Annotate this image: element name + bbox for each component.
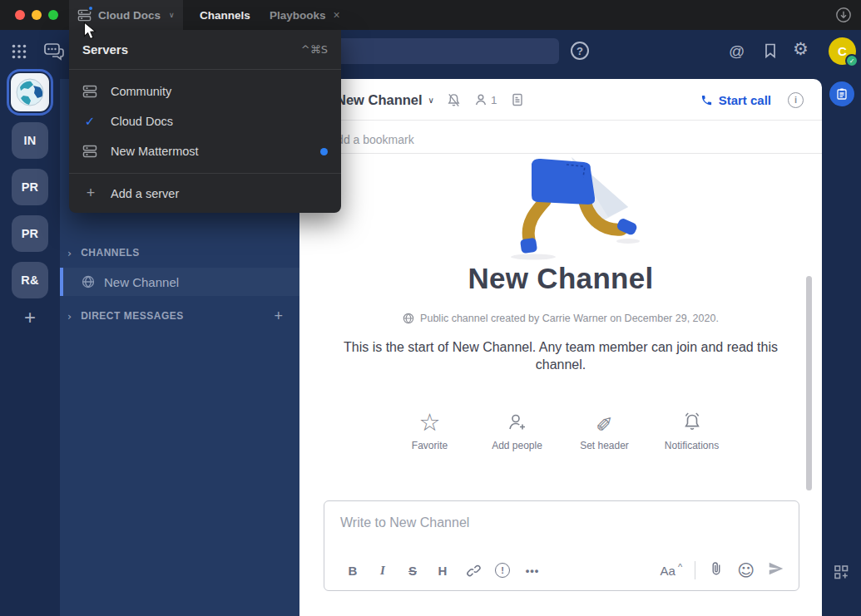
user-avatar[interactable]: C ✓ [829, 37, 856, 65]
more-formatting-button[interactable]: ••• [517, 559, 547, 582]
team-tile[interactable]: PR [12, 169, 48, 205]
search-input[interactable] [304, 38, 559, 64]
attach-file-button[interactable] [708, 560, 725, 580]
start-call-button[interactable]: Start call [700, 93, 771, 107]
set-header-label: Set header [561, 440, 648, 451]
bookmark-bar[interactable]: + Add a bookmark [299, 126, 822, 154]
pencil-icon: ✎ [596, 412, 613, 433]
menu-item-community[interactable]: Community [69, 76, 341, 106]
strikethrough-button[interactable]: S [398, 559, 428, 582]
close-window-button[interactable] [15, 10, 25, 20]
italic-button[interactable]: I [368, 559, 398, 582]
notifications-label: Notifications [648, 440, 735, 451]
notifications-button[interactable]: Notifications [648, 410, 735, 451]
check-icon: ✓ [82, 114, 97, 129]
caret-up-icon: ^ [678, 562, 682, 572]
header-divider [299, 115, 822, 121]
help-glyph: ? [576, 45, 583, 57]
playbooks-app-button[interactable] [829, 81, 854, 106]
set-header-button[interactable]: ✎ Set header [561, 410, 648, 451]
window-titlebar: Cloud Docs ∨ Channels Playbooks × [0, 0, 861, 30]
tab-channels[interactable]: Channels [188, 0, 262, 30]
star-icon: ☆ [419, 411, 441, 435]
channel-name: New Channel [104, 275, 179, 289]
chevron-down-icon: ∨ [428, 96, 434, 105]
tab-playbooks[interactable]: Playbooks × [258, 0, 352, 30]
menu-item-new-mattermost[interactable]: New Mattermost [69, 136, 341, 166]
tab-channels-label: Channels [200, 9, 250, 22]
servers-menu-shortcut: ^⌘S [301, 43, 328, 56]
start-call-label: Start call [719, 93, 771, 107]
favorite-button[interactable]: ☆ Favorite [386, 410, 473, 451]
settings-gear-icon[interactable]: ⚙ [793, 41, 809, 58]
globe-icon [82, 275, 95, 288]
add-person-icon [507, 411, 528, 433]
online-status-badge: ✓ [845, 54, 859, 67]
team-tile[interactable]: PR [12, 215, 48, 252]
menu-item-label: Cloud Docs [111, 115, 173, 128]
aa-glyph: Aa [661, 564, 675, 578]
channel-intro-actions: ☆ Favorite Add people ✎ Set header [299, 410, 822, 451]
channel-info-icon[interactable]: i [788, 92, 804, 108]
product-menu-icon[interactable] [12, 44, 27, 59]
message-input[interactable]: Write to New Channel [340, 515, 469, 530]
send-button[interactable] [767, 559, 785, 581]
emoji-button[interactable]: ☺ [737, 562, 755, 579]
app-bar [822, 79, 861, 616]
tab-playbooks-label: Playbooks [270, 9, 326, 22]
member-count: 1 [491, 94, 497, 106]
team-tile[interactable]: R& [12, 262, 48, 298]
server-stack-icon [82, 84, 97, 99]
send-plane-icon [767, 559, 785, 578]
member-icon [473, 92, 488, 107]
priority-glyph: ! [501, 565, 504, 575]
scrollbar-thumb[interactable] [806, 276, 812, 490]
chevron-down-icon: ∨ [169, 11, 175, 19]
team-sidebar: IN PR PR R& + [0, 79, 60, 616]
channel-meta-text: Public channel created by Carrie Warner … [420, 313, 719, 324]
add-team-button[interactable]: + [0, 306, 60, 329]
unread-dot [320, 148, 328, 155]
server-stack-icon [77, 8, 92, 22]
menu-item-label: New Mattermost [111, 145, 199, 158]
recent-mentions-icon[interactable]: @ [729, 42, 745, 61]
channels-group-label: CHANNELS [81, 247, 140, 259]
phone-icon [700, 94, 713, 106]
channel-title[interactable]: New Channel [336, 92, 423, 108]
minimize-window-button[interactable] [32, 10, 42, 20]
channel-intro: New Channel Public channel created by Ca… [299, 155, 822, 451]
close-tab-icon[interactable]: × [334, 8, 340, 22]
sidebar-item-new-channel[interactable]: New Channel [60, 268, 299, 296]
team-tile[interactable]: IN [12, 122, 48, 159]
grid-plus-icon [833, 564, 850, 581]
downloads-icon[interactable] [835, 7, 852, 23]
zoom-window-button[interactable] [48, 10, 58, 20]
add-server-label: Add a server [111, 187, 179, 200]
earth-icon [13, 76, 47, 109]
channel-intro-meta: Public channel created by Carrie Warner … [299, 313, 822, 324]
menu-item-cloud-docs[interactable]: ✓ Cloud Docs [69, 106, 341, 136]
priority-button[interactable]: ! [487, 559, 517, 582]
add-direct-message-button[interactable]: + [274, 308, 283, 325]
active-team-earth-avatar[interactable] [11, 73, 49, 111]
channel-intro-description: This is the start of New Channel. Any te… [332, 338, 789, 373]
link-button[interactable] [458, 559, 487, 582]
pinned-file-icon[interactable] [510, 92, 525, 107]
show-formatting-button[interactable]: Aa ^ [661, 564, 683, 578]
heading-button[interactable]: H [428, 559, 458, 582]
add-apps-button[interactable] [833, 564, 850, 581]
channel-members-button[interactable]: 1 [473, 92, 497, 107]
channels-chat-icon[interactable] [43, 42, 65, 62]
direct-messages-group-header[interactable]: › DIRECT MESSAGES + [60, 303, 299, 329]
composer-toolbar: B I S H ! ••• Aa ^ [338, 558, 785, 583]
add-bookmark-label: Add a bookmark [329, 133, 414, 146]
channels-group-header[interactable]: › CHANNELS [60, 239, 299, 266]
add-people-button[interactable]: Add people [473, 410, 561, 451]
saved-messages-icon[interactable] [762, 42, 779, 59]
channel-intro-illustration [473, 155, 648, 262]
bold-button[interactable]: B [338, 559, 368, 582]
help-icon[interactable]: ? [571, 42, 589, 60]
muted-bell-icon[interactable] [446, 92, 462, 108]
server-stack-icon [82, 144, 97, 159]
add-server-button[interactable]: + Add a server [69, 174, 341, 213]
